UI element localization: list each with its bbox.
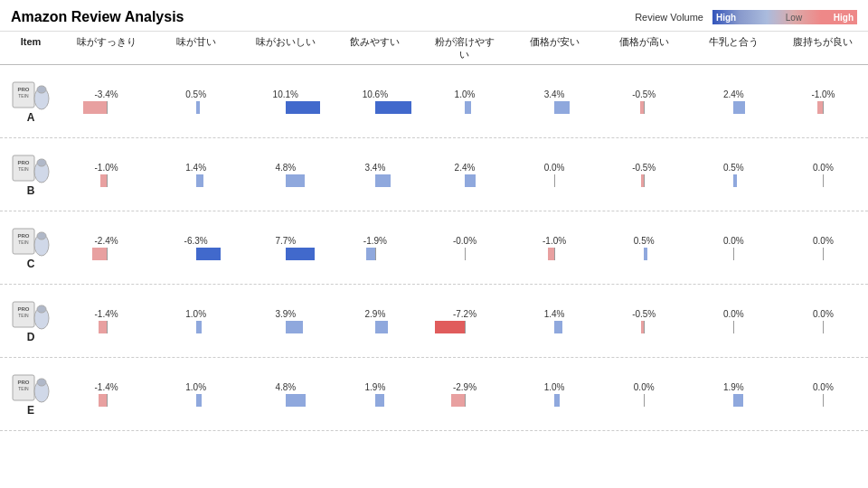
row-label-a: PRO TEIN A	[0, 75, 61, 127]
col-header-3: 味がおいしい	[241, 36, 330, 61]
cell: -1.0%	[510, 211, 599, 284]
cell: 0.5%	[151, 65, 241, 137]
cell: -2.9%	[420, 358, 509, 430]
bar-fill	[817, 101, 824, 114]
bar-track	[785, 101, 863, 114]
cell: 7.7%	[241, 211, 330, 284]
bar-track	[157, 101, 235, 114]
svg-text:PRO: PRO	[17, 306, 29, 312]
bar-track	[605, 101, 683, 114]
cell: 1.0%	[151, 285, 241, 357]
cell: 0.0%	[599, 358, 689, 430]
table-row: PRO TEIN A -3.4% 0.5%	[0, 65, 868, 138]
bar-value-top: -0.5%	[632, 89, 656, 99]
cell: 1.9%	[689, 358, 778, 430]
bar-value-top: 0.5%	[185, 89, 206, 99]
bar-value-top: 0.0%	[544, 163, 565, 173]
bar-value-top: 10.1%	[273, 89, 298, 99]
cell: -1.4%	[61, 358, 151, 430]
row-label-e: PRO TEIN E	[0, 368, 61, 420]
bar-value-top: 4.8%	[275, 163, 296, 173]
svg-text:PRO: PRO	[17, 87, 29, 92]
product-icon: PRO TEIN	[11, 371, 51, 404]
cell: 3.9%	[241, 285, 330, 357]
row-letter: D	[27, 331, 35, 343]
col-header-1: 味がすっきり	[61, 36, 151, 61]
header: Amazon Review Analysis Review Volume Hig…	[0, 0, 868, 32]
cell: 0.5%	[689, 138, 778, 211]
svg-point-14	[37, 232, 46, 239]
bar-fill	[286, 101, 321, 114]
cell: 3.4%	[510, 65, 599, 137]
bar-track	[426, 101, 504, 114]
col-headers: Item 味がすっきり 味が甘い 味がおいしい 飲みやすい 粉が溶けやすい 価格…	[0, 32, 868, 65]
cell: 2.9%	[330, 285, 420, 357]
cell: 0.0%	[778, 138, 868, 211]
bar-value-top: 2.4%	[455, 163, 476, 173]
svg-point-24	[37, 379, 46, 386]
legend-low: Low	[786, 13, 802, 23]
cell: 1.0%	[151, 358, 241, 430]
svg-text:TEIN: TEIN	[18, 386, 29, 391]
cell: 4.8%	[241, 138, 330, 211]
bar-fill	[465, 101, 471, 114]
bar-track	[68, 101, 146, 114]
cell: 0.0%	[510, 138, 599, 211]
cell: -3.4%	[61, 65, 151, 137]
legend: Review Volume High Low High	[635, 10, 857, 24]
bar-value-top: -1.0%	[811, 89, 835, 99]
svg-text:TEIN: TEIN	[18, 93, 29, 99]
svg-text:PRO: PRO	[17, 160, 29, 165]
cell: 10.1%	[241, 65, 330, 137]
row-label-b: PRO TEIN B	[0, 148, 61, 201]
cell: 10.6%	[330, 65, 420, 137]
bar-fill	[196, 101, 200, 114]
cell: 0.0%	[689, 211, 778, 284]
cell: 1.9%	[330, 358, 420, 430]
cell: 0.0%	[778, 285, 868, 357]
cell: -1.4%	[61, 285, 151, 357]
col-header-8: 牛乳と合う	[689, 36, 778, 61]
cell: 1.4%	[151, 138, 241, 211]
cell: 0.0%	[778, 358, 868, 430]
svg-text:TEIN: TEIN	[18, 313, 29, 318]
bar-value-top: 10.6%	[363, 89, 388, 99]
bar-value-top: -3.4%	[94, 89, 118, 99]
cell: 3.4%	[330, 138, 420, 211]
bar-track	[515, 101, 593, 114]
col-header-4: 飲みやすい	[330, 36, 420, 61]
table-row: PRO TEIN D -1.4% 1.0%	[0, 285, 868, 358]
bar-value-top: -0.5%	[632, 163, 656, 173]
bar-value-top: 1.0%	[455, 89, 476, 99]
col-header-item: Item	[0, 36, 61, 61]
svg-point-4	[37, 86, 46, 93]
cell: 1.4%	[510, 285, 599, 357]
cell: 2.4%	[689, 65, 778, 137]
row-letter: B	[27, 184, 35, 197]
bar-track	[336, 101, 414, 114]
col-header-5: 粉が溶けやすい	[420, 36, 509, 61]
col-header-6: 価格が安い	[510, 36, 599, 61]
table-row: PRO TEIN B -1.0% 1.4%	[0, 138, 868, 211]
cell: 2.4%	[420, 138, 509, 211]
bar-fill	[640, 101, 644, 114]
cell: -1.0%	[778, 65, 868, 137]
center-line	[107, 101, 108, 114]
legend-bar: High Low High	[712, 10, 857, 24]
row-label-c: PRO TEIN C	[0, 221, 61, 274]
bar-value-top: 0.5%	[723, 163, 744, 173]
legend-high-left: High	[716, 13, 736, 23]
cell: 4.8%	[241, 358, 330, 430]
bar-track	[247, 101, 325, 114]
legend-high-right: High	[834, 13, 854, 23]
svg-text:PRO: PRO	[17, 233, 29, 239]
cell: -0.5%	[599, 65, 689, 137]
table-row: PRO TEIN C -2.4% -6.3%	[0, 211, 868, 285]
svg-point-19	[37, 305, 46, 313]
cell: 0.5%	[599, 211, 689, 284]
svg-text:TEIN: TEIN	[18, 239, 29, 245]
row-label-d: PRO TEIN D	[0, 295, 61, 347]
product-icon: PRO TEIN	[11, 79, 51, 111]
svg-point-9	[37, 159, 46, 166]
cell: 1.0%	[510, 358, 599, 430]
